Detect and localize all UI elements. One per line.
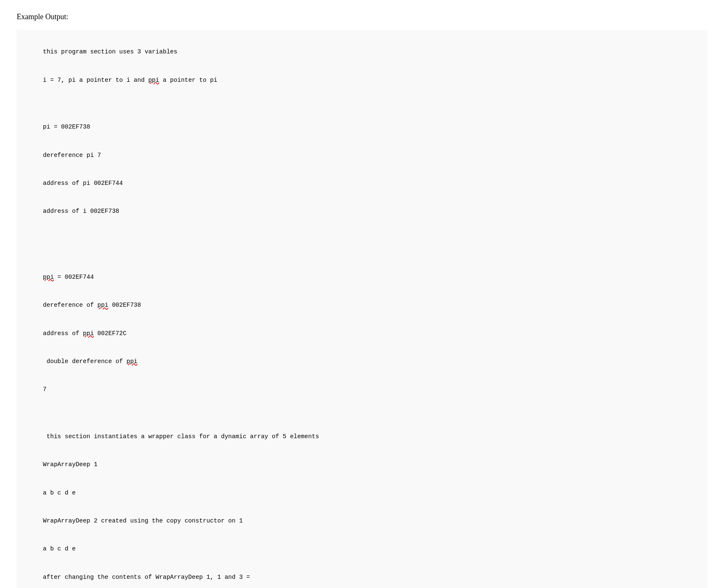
line-double-deref: double dereference of ppi (43, 358, 137, 365)
page-container: Example Output: this program section use… (17, 13, 707, 588)
ppi-underline-4: ppi (83, 330, 94, 337)
line-abcde-1: a b c d e (43, 490, 76, 496)
line-abcde-2: a b c d e (43, 545, 76, 552)
line-wraparraydeep-2-created: WrapArrayDeep 2 created using the copy c… (43, 517, 243, 524)
ppi-underline-3: ppi (97, 302, 108, 308)
line-instantiates: this section instantiates a wrapper clas… (43, 433, 319, 440)
code-output: this program section uses 3 variables i … (17, 30, 707, 588)
line-deref-ppi: dereference of ppi 002EF738 (43, 302, 141, 308)
line-i-pi: i = 7, pi a pointer to i and ppi a point… (43, 77, 218, 83)
line-7: 7 (43, 386, 47, 393)
line-after-changing-1: after changing the contents of WrapArray… (43, 574, 250, 580)
line-ppi-value: ppi = 002EF744 (43, 274, 94, 280)
line-addr-ppi: address of ppi 002EF72C (43, 330, 127, 337)
line-pi-value: pi = 002EF738 (43, 124, 90, 130)
line-program-section: this program section uses 3 variables (43, 48, 177, 55)
line-deref-pi: dereference pi 7 (43, 152, 101, 159)
ppi-underline-1: ppi (148, 77, 159, 83)
page-title: Example Output: (17, 13, 707, 21)
line-wraparraydeep-1: WrapArrayDeep 1 (43, 461, 98, 468)
line-addr-i: address of i 002EF738 (43, 208, 119, 215)
ppi-underline-2: ppi (43, 274, 54, 280)
ppi-underline-5: ppi (127, 358, 137, 365)
line-addr-pi: address of pi 002EF744 (43, 180, 123, 187)
